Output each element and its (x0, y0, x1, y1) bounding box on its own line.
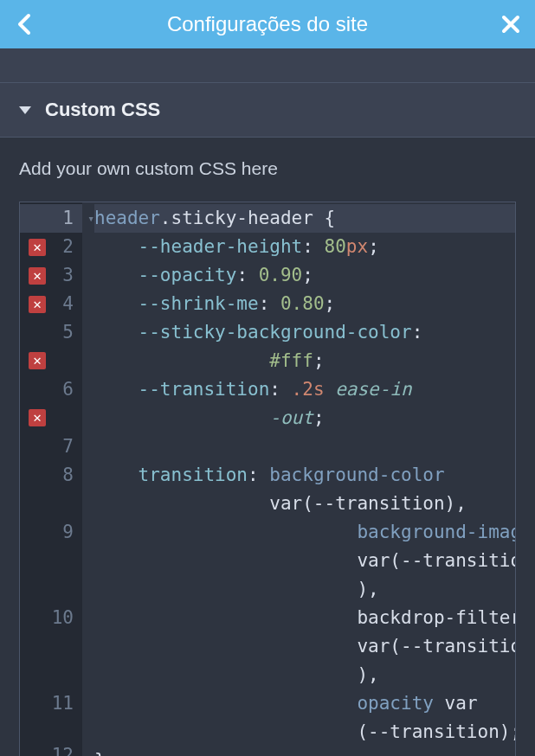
error-icon[interactable]: ✕ (29, 239, 46, 256)
code-line[interactable]: --transition: .2s ease-in (94, 375, 515, 404)
gutter-line (20, 547, 82, 575)
code-line[interactable]: --header-height: 80px; (94, 233, 515, 261)
code-line[interactable]: } (94, 746, 515, 756)
section-description: Add your own custom CSS here (0, 138, 535, 195)
gutter-line: 8 (20, 461, 82, 490)
chevron-down-icon (19, 106, 31, 114)
spacer (0, 48, 535, 83)
error-icon[interactable]: ✕ (29, 267, 46, 285)
code-line[interactable] (94, 432, 515, 461)
code-line[interactable]: backdrop-filter (94, 604, 515, 632)
gutter-line: 5✕ (20, 318, 82, 347)
gutter-line: 11 (20, 689, 82, 718)
gutter-line: 12 (20, 746, 82, 756)
gutter-line: 9 (20, 518, 82, 547)
gutter-line (20, 661, 82, 689)
gutter-line: 10 (20, 604, 82, 632)
code-line[interactable]: background-image (94, 518, 515, 547)
editor-code[interactable]: header.sticky-header { --header-height: … (82, 202, 515, 756)
section-title: Custom CSS (45, 99, 160, 121)
editor-gutter: 12✕3✕4✕5✕6✕789101112 (20, 202, 82, 756)
code-line[interactable]: --shrink-me: 0.80; (94, 290, 515, 318)
code-line[interactable]: var(--transition), (94, 490, 515, 518)
error-icon[interactable]: ✕ (29, 296, 46, 313)
gutter-line (20, 404, 82, 432)
gutter-line (20, 575, 82, 604)
gutter-line: 6✕ (20, 375, 82, 404)
gutter-line: 1 (20, 204, 82, 233)
modal-title: Configurações do site (36, 12, 499, 36)
code-line[interactable]: (--transition); (94, 718, 515, 746)
gutter-line: 7 (20, 432, 82, 461)
back-button[interactable] (12, 12, 36, 36)
code-line[interactable]: var(--transition (94, 547, 515, 575)
css-editor[interactable]: 12✕3✕4✕5✕6✕789101112 header.sticky-heade… (19, 202, 516, 756)
code-line[interactable]: --opacity: 0.90; (94, 261, 515, 290)
code-line[interactable]: #fff; (94, 347, 515, 375)
gutter-line: 4✕ (20, 290, 82, 318)
gutter-line: 2✕ (20, 233, 82, 261)
modal-header: Configurações do site (0, 0, 535, 48)
code-line[interactable]: --sticky-background-color: (94, 318, 515, 347)
code-line[interactable]: header.sticky-header { (94, 204, 515, 233)
code-line[interactable]: ), (94, 661, 515, 689)
gutter-line (20, 347, 82, 375)
code-line[interactable]: -out; (94, 404, 515, 432)
code-line[interactable]: ), (94, 575, 515, 604)
section-header-custom-css[interactable]: Custom CSS (0, 83, 535, 138)
gutter-line (20, 490, 82, 518)
code-line[interactable]: transition: background-color (94, 461, 515, 490)
gutter-line: 3✕ (20, 261, 82, 290)
code-line[interactable]: var(--transition (94, 632, 515, 661)
code-line[interactable]: opacity var (94, 689, 515, 718)
gutter-line (20, 632, 82, 661)
close-button[interactable] (499, 12, 523, 36)
